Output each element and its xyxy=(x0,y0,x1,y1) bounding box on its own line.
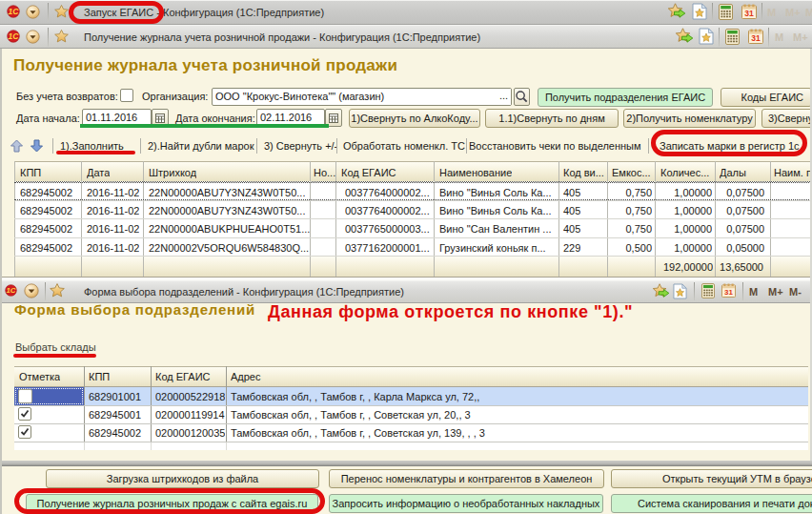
svg-text:1С: 1С xyxy=(9,7,20,16)
svg-text:31: 31 xyxy=(751,33,761,43)
svg-text:31: 31 xyxy=(744,9,754,18)
svg-text:1С: 1С xyxy=(6,286,15,295)
svg-text:31: 31 xyxy=(724,288,733,297)
svg-text:1С: 1С xyxy=(9,31,20,41)
